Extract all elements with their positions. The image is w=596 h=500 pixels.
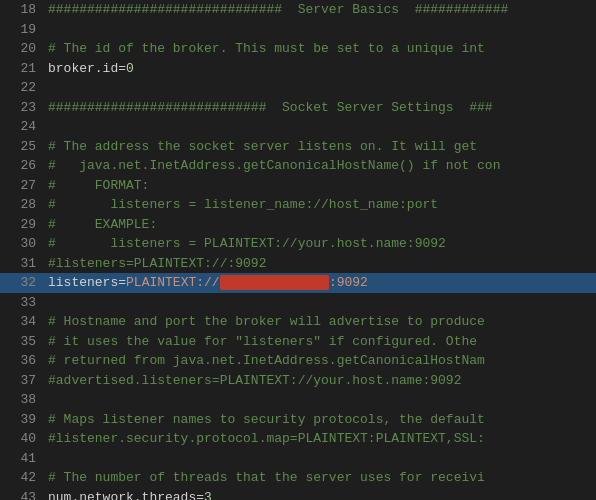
code-line: 29# EXAMPLE:: [0, 215, 596, 235]
line-number: 43: [8, 488, 36, 501]
code-line: 35# it uses the value for "listeners" if…: [0, 332, 596, 352]
comment-text: # The number of threads that the server …: [48, 470, 485, 485]
line-number: 40: [8, 429, 36, 449]
line-number: 34: [8, 312, 36, 332]
line-number: 19: [8, 20, 36, 40]
line-number: 21: [8, 59, 36, 79]
line-content: broker.id=0: [48, 59, 588, 79]
comment-text: # returned from java.net.InetAddress.get…: [48, 353, 485, 368]
comment-text: # listeners = listener_name://host_name:…: [48, 197, 438, 212]
code-line: 27# FORMAT:: [0, 176, 596, 196]
code-line: 32listeners=PLAINTEXT://192.168.XX.XXX:9…: [0, 273, 596, 293]
line-number: 30: [8, 234, 36, 254]
comment-text: # The address the socket server listens …: [48, 139, 477, 154]
line-number: 20: [8, 39, 36, 59]
equals: =: [118, 61, 126, 76]
line-number: 28: [8, 195, 36, 215]
line-number: 33: [8, 293, 36, 313]
line-content: ############################## Server Ba…: [48, 0, 588, 20]
line-content: #listeners=PLAINTEXT://:9092: [48, 254, 588, 274]
line-number: 23: [8, 98, 36, 118]
code-line: 34# Hostname and port the broker will ad…: [0, 312, 596, 332]
equals: =: [118, 275, 126, 290]
line-number: 42: [8, 468, 36, 488]
comment-text: ############################ Socket Serv…: [48, 100, 493, 115]
code-line: 33: [0, 293, 596, 313]
line-content: # listeners = listener_name://host_name:…: [48, 195, 588, 215]
line-number: 24: [8, 117, 36, 137]
comment-text: # The id of the broker. This must be set…: [48, 41, 485, 56]
line-number: 29: [8, 215, 36, 235]
comment-text: # Maps listener names to security protoc…: [48, 412, 485, 427]
comment-text: # java.net.InetAddress.getCanonicalHostN…: [48, 158, 500, 173]
comment-text: # it uses the value for "listeners" if c…: [48, 334, 477, 349]
line-content: num.network.threads=3: [48, 488, 588, 501]
line-number: 39: [8, 410, 36, 430]
equals: =: [196, 490, 204, 501]
line-content: # The id of the broker. This must be set…: [48, 39, 588, 59]
code-line: 41: [0, 449, 596, 469]
code-line: 28# listeners = listener_name://host_nam…: [0, 195, 596, 215]
code-line: 40#listener.security.protocol.map=PLAINT…: [0, 429, 596, 449]
code-line: 43num.network.threads=3: [0, 488, 596, 501]
redacted-value: 192.168.XX.XXX: [220, 275, 329, 290]
code-line: 22: [0, 78, 596, 98]
code-line: 21broker.id=0: [0, 59, 596, 79]
code-line: 24: [0, 117, 596, 137]
line-content: # listeners = PLAINTEXT://your.host.name…: [48, 234, 588, 254]
comment-text: #listener.security.protocol.map=PLAINTEX…: [48, 431, 485, 446]
key: listeners: [48, 275, 118, 290]
line-content: # EXAMPLE:: [48, 215, 588, 235]
code-line: 38: [0, 390, 596, 410]
line-number: 36: [8, 351, 36, 371]
line-content: #advertised.listeners=PLAINTEXT://your.h…: [48, 371, 588, 391]
line-content: listeners=PLAINTEXT://192.168.XX.XXX:909…: [48, 273, 588, 293]
comment-text: # FORMAT:: [48, 178, 149, 193]
code-line: 19: [0, 20, 596, 40]
code-line: 20# The id of the broker. This must be s…: [0, 39, 596, 59]
line-content: ############################ Socket Serv…: [48, 98, 588, 118]
url-suffix: :9092: [329, 275, 368, 290]
line-content: # Hostname and port the broker will adve…: [48, 312, 588, 332]
value: 3: [204, 490, 212, 501]
comment-text: # listeners = PLAINTEXT://your.host.name…: [48, 236, 446, 251]
line-number: 37: [8, 371, 36, 391]
comment-text: # Hostname and port the broker will adve…: [48, 314, 485, 329]
line-number: 38: [8, 390, 36, 410]
code-line: 31#listeners=PLAINTEXT://:9092: [0, 254, 596, 274]
line-number: 26: [8, 156, 36, 176]
comment-text: #listeners=PLAINTEXT://:9092: [48, 256, 266, 271]
url-prefix: PLAINTEXT://: [126, 275, 220, 290]
code-line: 30# listeners = PLAINTEXT://your.host.na…: [0, 234, 596, 254]
line-number: 41: [8, 449, 36, 469]
line-content: # returned from java.net.InetAddress.get…: [48, 351, 588, 371]
line-content: # it uses the value for "listeners" if c…: [48, 332, 588, 352]
comment-text: ############################## Server Ba…: [48, 2, 508, 17]
line-content: # java.net.InetAddress.getCanonicalHostN…: [48, 156, 588, 176]
code-line: 23############################ Socket Se…: [0, 98, 596, 118]
key: broker.id: [48, 61, 118, 76]
line-number: 27: [8, 176, 36, 196]
code-line: 39# Maps listener names to security prot…: [0, 410, 596, 430]
code-line: 26# java.net.InetAddress.getCanonicalHos…: [0, 156, 596, 176]
comment-text: #advertised.listeners=PLAINTEXT://your.h…: [48, 373, 461, 388]
line-number: 25: [8, 137, 36, 157]
value: 0: [126, 61, 134, 76]
code-editor: 18############################## Server …: [0, 0, 596, 500]
key: num.network.threads: [48, 490, 196, 501]
code-line: 36# returned from java.net.InetAddress.g…: [0, 351, 596, 371]
code-line: 25# The address the socket server listen…: [0, 137, 596, 157]
line-number: 18: [8, 0, 36, 20]
line-content: # The number of threads that the server …: [48, 468, 588, 488]
code-line: 42# The number of threads that the serve…: [0, 468, 596, 488]
line-content: # Maps listener names to security protoc…: [48, 410, 588, 430]
line-content: #listener.security.protocol.map=PLAINTEX…: [48, 429, 588, 449]
line-number: 31: [8, 254, 36, 274]
line-number: 22: [8, 78, 36, 98]
line-content: # FORMAT:: [48, 176, 588, 196]
comment-text: # EXAMPLE:: [48, 217, 157, 232]
code-line: 37#advertised.listeners=PLAINTEXT://your…: [0, 371, 596, 391]
line-number: 32: [8, 273, 36, 293]
line-content: # The address the socket server listens …: [48, 137, 588, 157]
line-number: 35: [8, 332, 36, 352]
